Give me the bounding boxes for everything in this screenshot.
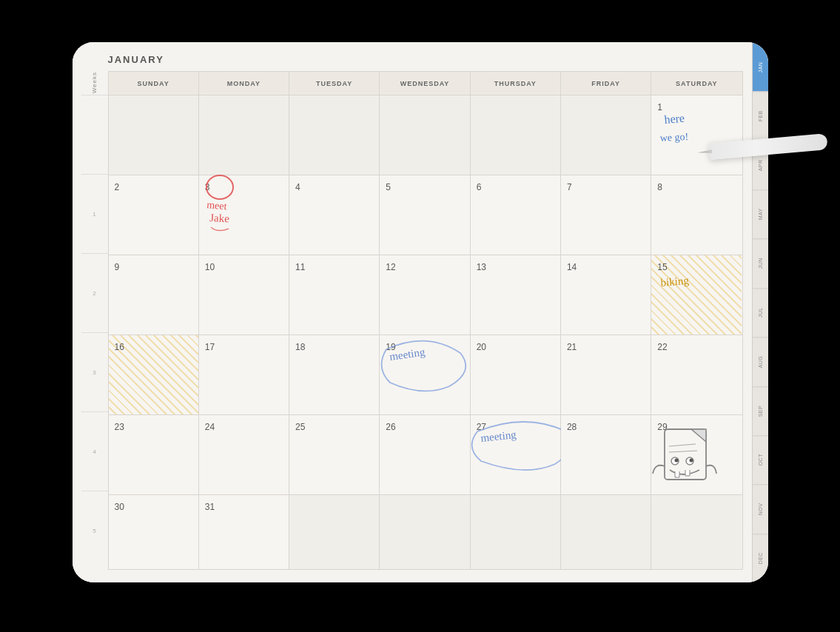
- cell-jan-20: 20: [471, 335, 561, 414]
- calendar-row-2: 9 10 11 12 13: [109, 255, 742, 335]
- cell-empty-r6-5: [651, 495, 742, 569]
- calendar-grid-wrapper: Weeks 1 2 3 4 5 SUNDAY MONDAY TUESDAY: [81, 71, 743, 570]
- day-num-9: 9: [115, 262, 120, 272]
- cell-jan-14: 14: [561, 255, 651, 335]
- cell-empty-r6-2: [380, 495, 470, 569]
- cell-jan-15: 15 biking: [651, 255, 742, 335]
- week-label-empty: [81, 95, 108, 174]
- day-num-8: 8: [657, 182, 662, 192]
- calendar-row-3: 16 17 18 19: [109, 335, 742, 415]
- side-tab-oct[interactable]: OCT: [753, 435, 768, 484]
- svg-text:biking: biking: [660, 275, 690, 289]
- side-tab-feb[interactable]: FEB: [753, 91, 768, 140]
- svg-point-14: [690, 459, 693, 463]
- day-num-13: 13: [477, 262, 486, 272]
- day-num-4: 4: [295, 182, 300, 192]
- cell-jan-17: 17: [199, 335, 289, 414]
- month-title: JANUARY: [108, 54, 743, 65]
- cell-jan-10: 10: [199, 255, 289, 335]
- svg-point-2: [206, 175, 233, 199]
- day-num-2: 2: [115, 182, 120, 192]
- cell-jan-3: 3 meet Jake: [199, 175, 289, 255]
- cell-jan-29: 29: [651, 415, 742, 494]
- day-num-7: 7: [567, 182, 572, 192]
- day-num-21: 21: [567, 342, 577, 352]
- calendar-main: SUNDAY MONDAY TUESDAY WEDNESDAY THURSDAY…: [108, 71, 743, 570]
- header-saturday: SATURDAY: [651, 72, 742, 95]
- side-tab-jan[interactable]: JAN: [753, 42, 768, 91]
- cell-jan-21: 21: [561, 335, 651, 414]
- cell-empty-r6-1: [289, 495, 380, 569]
- header-thursday: THURSDAY: [471, 72, 561, 95]
- cell-jan-23: 23: [109, 415, 199, 494]
- side-tab-jun[interactable]: JUN: [753, 238, 768, 287]
- day-num-24: 24: [205, 422, 215, 432]
- side-tabs: JAN FEB APR MAY JUN JUL AUG SEP OCT NOV …: [752, 42, 768, 582]
- day-num-26: 26: [386, 422, 395, 432]
- cell-empty-r6-4: [561, 495, 651, 569]
- header-monday: MONDAY: [199, 72, 289, 95]
- header-wednesday: WEDNESDAY: [380, 72, 470, 95]
- cell-jan-19: 19 meeting: [380, 335, 470, 414]
- day-num-17: 17: [205, 342, 215, 352]
- cell-jan-25: 25: [289, 415, 380, 494]
- cell-jan-30: 30: [109, 495, 199, 569]
- cell-empty-2: [289, 95, 380, 175]
- day-num-28: 28: [567, 422, 577, 432]
- cell-empty-3: [380, 95, 470, 175]
- svg-line-10: [669, 451, 697, 452]
- day-num-6: 6: [477, 182, 482, 192]
- side-tab-may[interactable]: MAY: [753, 189, 768, 238]
- svg-text:meeting: meeting: [480, 428, 517, 444]
- device-wrapper: JANUARY Weeks 1 2 3 4 5: [58, 35, 783, 597]
- cell-jan-6: 6: [471, 175, 561, 255]
- header-friday: FRIDAY: [561, 72, 651, 95]
- tablet: JANUARY Weeks 1 2 3 4 5: [73, 42, 768, 582]
- cell-jan-11: 11: [289, 255, 380, 335]
- weeks-header: Weeks: [81, 71, 108, 95]
- day-num-25: 25: [295, 422, 305, 432]
- cell-jan-13: 13: [471, 255, 561, 335]
- header-tuesday: TUESDAY: [289, 72, 380, 95]
- calendar-row-4: 23 24 25 26 27: [109, 415, 742, 495]
- day-num-12: 12: [386, 262, 395, 272]
- day-num-14: 14: [567, 262, 577, 272]
- day-num-22: 22: [657, 342, 667, 352]
- day-num-31: 31: [205, 502, 215, 512]
- day-num-11: 11: [295, 262, 305, 272]
- cell-jan-24: 24: [199, 415, 289, 494]
- week-label-4: 4: [81, 411, 108, 491]
- cell-empty-1: [199, 95, 289, 175]
- week-label-5: 5: [81, 491, 108, 570]
- cell-jan-22: 22: [651, 335, 742, 414]
- cell-jan-31: 31: [199, 495, 289, 569]
- calendar-row-5: 30 31: [109, 495, 742, 569]
- side-tab-jul[interactable]: JUL: [753, 288, 768, 337]
- side-tab-dec[interactable]: DEC: [753, 534, 768, 582]
- side-tab-aug[interactable]: AUG: [753, 337, 768, 386]
- cell-jan-2: 2: [109, 175, 199, 255]
- header-sunday: SUNDAY: [109, 72, 199, 95]
- calendar-area: JANUARY Weeks 1 2 3 4 5: [73, 42, 752, 582]
- cell-jan-26: 26: [380, 415, 470, 494]
- side-tab-sep[interactable]: SEP: [753, 386, 768, 435]
- day-num-18: 18: [295, 342, 305, 352]
- svg-point-13: [675, 459, 679, 463]
- day-num-20: 20: [477, 342, 486, 352]
- cell-jan-27: 27 meeting: [471, 415, 561, 494]
- cell-empty-4: [471, 95, 561, 175]
- side-tab-nov[interactable]: NOV: [753, 484, 768, 533]
- week-label-3: 3: [81, 332, 108, 411]
- svg-text:here: here: [664, 112, 685, 126]
- cell-empty-5: [561, 95, 651, 175]
- cell-jan-1: 1 here we go!: [651, 95, 742, 175]
- calendar-row-0: 1 here we go!: [109, 95, 742, 175]
- day-headers: SUNDAY MONDAY TUESDAY WEDNESDAY THURSDAY…: [108, 71, 743, 95]
- cell-jan-4: 4: [289, 175, 380, 255]
- svg-text:meet: meet: [206, 199, 228, 212]
- cell-jan-16: 16: [109, 335, 199, 414]
- svg-text:Jake: Jake: [209, 212, 230, 224]
- calendar-row-1: 2 3 meet Jake: [109, 175, 742, 255]
- week-label-1: 1: [81, 174, 108, 253]
- day-num-10: 10: [205, 262, 215, 272]
